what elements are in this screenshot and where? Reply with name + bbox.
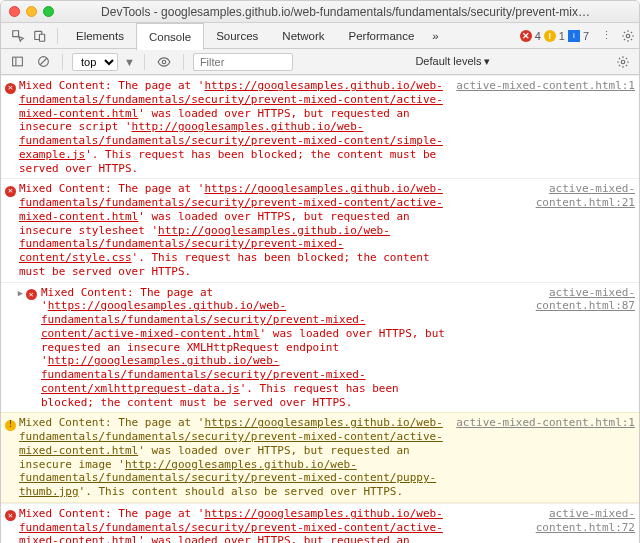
tab-console[interactable]: Console [136,23,204,50]
console-entry[interactable]: ✕Mixed Content: The page at 'https://goo… [1,178,639,281]
console-log: ✕Mixed Content: The page at 'https://goo… [1,75,639,543]
console-entry[interactable]: !Mixed Content: The page at 'https://goo… [1,412,639,503]
console-settings-icon[interactable] [613,52,633,72]
window-titlebar: DevTools - googlesamples.github.io/web-f… [1,1,639,23]
url-link[interactable]: https://googlesamples.github.io/web-fund… [19,416,443,457]
url-link[interactable]: http://googlesamples.github.io/web-funda… [19,224,390,265]
menu-icon[interactable]: ⋮ [595,29,617,42]
source-link[interactable]: active-mixed-content.html:21 [445,182,635,278]
url-link[interactable]: http://googlesamples.github.io/web-funda… [41,354,366,395]
settings-icon[interactable] [617,29,639,43]
error-icon: ✕ [5,182,19,278]
log-levels-select[interactable]: Default levels ▾ [409,53,496,70]
info-icon: i [568,30,580,42]
tabs-overflow[interactable]: » [426,23,444,49]
source-link[interactable]: active-mixed-content.html:1 [445,416,635,499]
device-icon[interactable] [29,29,51,43]
context-select[interactable]: top [72,53,118,71]
window-title: DevTools - googlesamples.github.io/web-f… [60,5,631,19]
console-message: Mixed Content: The page at 'https://goog… [41,286,445,410]
url-link[interactable]: https://googlesamples.github.io/web-fund… [19,79,443,120]
url-link[interactable]: http://googlesamples.github.io/web-funda… [19,120,443,161]
eye-icon[interactable] [154,52,174,72]
error-icon: ✕ [5,507,19,543]
console-message: Mixed Content: The page at 'https://goog… [19,416,445,499]
separator [57,28,58,44]
console-entry[interactable]: ▶✕Mixed Content: The page at 'https://go… [1,282,639,413]
console-entry[interactable]: ✕Mixed Content: The page at 'https://goo… [1,503,639,543]
console-message: Mixed Content: The page at 'https://goog… [19,507,445,543]
error-icon: ▶✕ [17,286,41,410]
sidebar-toggle-icon[interactable] [7,52,27,72]
inspect-icon[interactable] [7,29,29,43]
error-icon: ✕ [5,79,19,175]
svg-rect-1 [39,34,44,41]
source-link[interactable]: active-mixed-content.html:72 [445,507,635,543]
tab-elements[interactable]: Elements [64,23,136,49]
console-message: Mixed Content: The page at 'https://goog… [19,182,445,278]
console-toolbar: top ▼ Default levels ▾ [1,49,639,75]
window-minimize-button[interactable] [26,6,37,17]
tab-performance[interactable]: Performance [337,23,427,49]
source-link[interactable]: active-mixed-content.html:1 [445,79,635,175]
tab-network[interactable]: Network [270,23,336,49]
devtools-tabs: ElementsConsoleSourcesNetworkPerformance… [1,23,639,49]
error-icon: ✕ [520,30,532,42]
warning-icon: ! [5,416,19,499]
svg-point-7 [162,60,166,64]
url-link[interactable]: http://googlesamples.github.io/web-funda… [19,458,436,499]
separator [144,54,145,70]
window-maximize-button[interactable] [43,6,54,17]
svg-line-6 [40,58,47,65]
filter-input[interactable] [193,53,293,71]
separator [183,54,184,70]
source-link[interactable]: active-mixed-content.html:87 [445,286,635,410]
console-message: Mixed Content: The page at 'https://goog… [19,79,445,175]
tab-sources[interactable]: Sources [204,23,270,49]
svg-rect-3 [12,57,22,66]
window-close-button[interactable] [9,6,20,17]
separator [62,54,63,70]
svg-point-8 [621,60,625,64]
svg-point-2 [626,34,630,38]
live-expression-icon[interactable]: ▼ [124,56,135,68]
url-link[interactable]: https://googlesamples.github.io/web-fund… [19,507,443,543]
status-counters[interactable]: ✕4 !1 i7 [520,30,595,42]
url-link[interactable]: https://googlesamples.github.io/web-fund… [41,299,366,340]
warning-icon: ! [544,30,556,42]
console-entry[interactable]: ✕Mixed Content: The page at 'https://goo… [1,75,639,178]
clear-console-icon[interactable] [33,52,53,72]
url-link[interactable]: https://googlesamples.github.io/web-fund… [19,182,443,223]
